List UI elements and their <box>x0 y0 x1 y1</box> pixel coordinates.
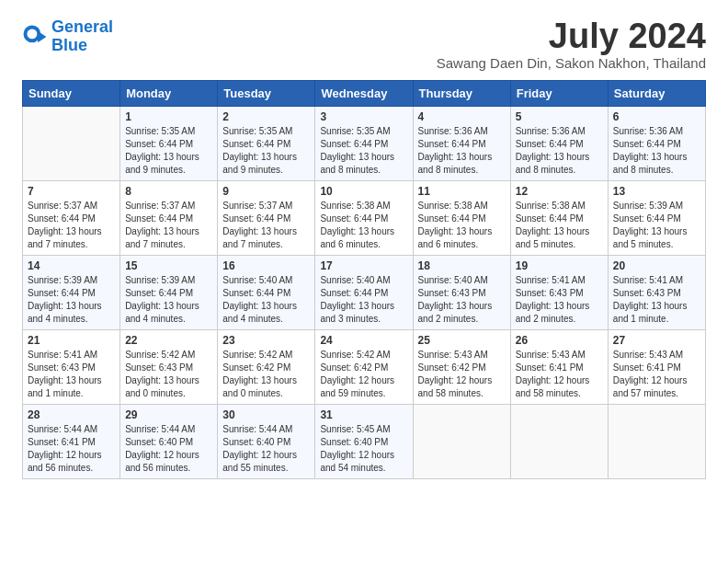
calendar-day-cell: 28Sunrise: 5:44 AMSunset: 6:41 PMDayligh… <box>23 405 120 479</box>
calendar-week-row: 28Sunrise: 5:44 AMSunset: 6:41 PMDayligh… <box>23 405 706 479</box>
day-number: 24 <box>320 334 407 347</box>
day-info: Sunrise: 5:38 AMSunset: 6:44 PMDaylight:… <box>418 200 506 251</box>
calendar-day-cell <box>23 107 120 181</box>
calendar-day-cell <box>510 405 608 479</box>
day-info: Sunrise: 5:39 AMSunset: 6:44 PMDaylight:… <box>613 200 700 251</box>
logo: General Blue <box>22 18 113 55</box>
calendar-day-cell <box>413 405 510 479</box>
day-info: Sunrise: 5:42 AMSunset: 6:43 PMDaylight:… <box>125 349 212 400</box>
day-info: Sunrise: 5:42 AMSunset: 6:42 PMDaylight:… <box>222 349 310 400</box>
calendar-day-cell: 21Sunrise: 5:41 AMSunset: 6:43 PMDayligh… <box>23 330 120 405</box>
calendar-day-cell: 24Sunrise: 5:42 AMSunset: 6:42 PMDayligh… <box>315 330 413 405</box>
weekday-header: Friday <box>510 81 608 107</box>
day-number: 3 <box>320 110 407 123</box>
calendar-day-cell: 18Sunrise: 5:40 AMSunset: 6:43 PMDayligh… <box>413 256 510 330</box>
calendar-day-cell: 20Sunrise: 5:41 AMSunset: 6:43 PMDayligh… <box>608 256 705 330</box>
day-info: Sunrise: 5:37 AMSunset: 6:44 PMDaylight:… <box>125 200 212 251</box>
day-info: Sunrise: 5:35 AMSunset: 6:44 PMDaylight:… <box>320 125 407 177</box>
calendar-day-cell: 19Sunrise: 5:41 AMSunset: 6:43 PMDayligh… <box>510 256 608 330</box>
day-info: Sunrise: 5:37 AMSunset: 6:44 PMDaylight:… <box>28 200 115 251</box>
weekday-header: Sunday <box>23 81 120 107</box>
calendar-day-cell: 30Sunrise: 5:44 AMSunset: 6:40 PMDayligh… <box>218 405 315 479</box>
day-info: Sunrise: 5:43 AMSunset: 6:41 PMDaylight:… <box>516 349 603 400</box>
day-info: Sunrise: 5:40 AMSunset: 6:43 PMDaylight:… <box>418 274 506 326</box>
calendar-week-row: 14Sunrise: 5:39 AMSunset: 6:44 PMDayligh… <box>23 256 706 330</box>
day-info: Sunrise: 5:42 AMSunset: 6:42 PMDaylight:… <box>320 349 407 400</box>
svg-point-2 <box>27 29 37 39</box>
day-number: 13 <box>613 185 700 198</box>
weekday-header: Saturday <box>608 81 705 107</box>
logo-text-blue: Blue <box>51 36 87 54</box>
logo-text-general: General <box>51 17 113 36</box>
day-info: Sunrise: 5:37 AMSunset: 6:44 PMDaylight:… <box>222 200 310 251</box>
weekday-header: Monday <box>120 81 218 107</box>
day-info: Sunrise: 5:35 AMSunset: 6:44 PMDaylight:… <box>125 125 212 177</box>
calendar-day-cell: 8Sunrise: 5:37 AMSunset: 6:44 PMDaylight… <box>120 181 218 256</box>
day-info: Sunrise: 5:44 AMSunset: 6:40 PMDaylight:… <box>125 423 212 475</box>
weekday-header: Thursday <box>413 81 510 107</box>
day-info: Sunrise: 5:41 AMSunset: 6:43 PMDaylight:… <box>28 349 115 400</box>
day-info: Sunrise: 5:40 AMSunset: 6:44 PMDaylight:… <box>320 274 407 326</box>
day-number: 20 <box>613 259 700 272</box>
day-number: 31 <box>320 408 407 421</box>
day-number: 23 <box>222 334 310 347</box>
calendar-day-cell: 4Sunrise: 5:36 AMSunset: 6:44 PMDaylight… <box>413 107 510 181</box>
day-number: 18 <box>418 259 506 272</box>
day-info: Sunrise: 5:41 AMSunset: 6:43 PMDaylight:… <box>516 274 603 326</box>
day-number: 29 <box>125 408 212 421</box>
calendar-day-cell: 16Sunrise: 5:40 AMSunset: 6:44 PMDayligh… <box>218 256 315 330</box>
day-info: Sunrise: 5:41 AMSunset: 6:43 PMDaylight:… <box>613 274 700 326</box>
day-info: Sunrise: 5:38 AMSunset: 6:44 PMDaylight:… <box>516 200 603 251</box>
calendar-day-cell: 3Sunrise: 5:35 AMSunset: 6:44 PMDaylight… <box>315 107 413 181</box>
calendar-day-cell: 14Sunrise: 5:39 AMSunset: 6:44 PMDayligh… <box>23 256 120 330</box>
day-number: 19 <box>516 259 603 272</box>
calendar-day-cell: 27Sunrise: 5:43 AMSunset: 6:41 PMDayligh… <box>608 330 705 405</box>
day-info: Sunrise: 5:39 AMSunset: 6:44 PMDaylight:… <box>28 274 115 326</box>
calendar-week-row: 21Sunrise: 5:41 AMSunset: 6:43 PMDayligh… <box>23 330 706 405</box>
calendar-day-cell: 7Sunrise: 5:37 AMSunset: 6:44 PMDaylight… <box>23 181 120 256</box>
day-info: Sunrise: 5:43 AMSunset: 6:42 PMDaylight:… <box>418 349 506 400</box>
day-info: Sunrise: 5:35 AMSunset: 6:44 PMDaylight:… <box>222 125 310 177</box>
day-number: 15 <box>125 259 212 272</box>
calendar-day-cell: 22Sunrise: 5:42 AMSunset: 6:43 PMDayligh… <box>120 330 218 405</box>
day-info: Sunrise: 5:44 AMSunset: 6:41 PMDaylight:… <box>28 423 115 475</box>
calendar-week-row: 1Sunrise: 5:35 AMSunset: 6:44 PMDaylight… <box>23 107 706 181</box>
calendar-day-cell: 12Sunrise: 5:38 AMSunset: 6:44 PMDayligh… <box>510 181 608 256</box>
calendar-day-cell: 26Sunrise: 5:43 AMSunset: 6:41 PMDayligh… <box>510 330 608 405</box>
calendar-week-row: 7Sunrise: 5:37 AMSunset: 6:44 PMDaylight… <box>23 181 706 256</box>
day-number: 10 <box>320 185 407 198</box>
day-info: Sunrise: 5:44 AMSunset: 6:40 PMDaylight:… <box>222 423 310 475</box>
calendar-day-cell: 29Sunrise: 5:44 AMSunset: 6:40 PMDayligh… <box>120 405 218 479</box>
day-number: 22 <box>125 334 212 347</box>
day-number: 27 <box>613 334 700 347</box>
calendar-day-cell: 23Sunrise: 5:42 AMSunset: 6:42 PMDayligh… <box>218 330 315 405</box>
day-number: 28 <box>28 408 115 421</box>
calendar-day-cell: 5Sunrise: 5:36 AMSunset: 6:44 PMDaylight… <box>510 107 608 181</box>
calendar-day-cell: 11Sunrise: 5:38 AMSunset: 6:44 PMDayligh… <box>413 181 510 256</box>
day-number: 1 <box>125 110 212 123</box>
logo-icon <box>22 24 48 50</box>
day-number: 25 <box>418 334 506 347</box>
day-number: 6 <box>613 110 700 123</box>
day-number: 17 <box>320 259 407 272</box>
calendar-day-cell: 2Sunrise: 5:35 AMSunset: 6:44 PMDaylight… <box>218 107 315 181</box>
weekday-header: Tuesday <box>218 81 315 107</box>
day-number: 21 <box>28 334 115 347</box>
day-info: Sunrise: 5:43 AMSunset: 6:41 PMDaylight:… <box>613 349 700 400</box>
day-number: 5 <box>516 110 603 123</box>
logo-text: General Blue <box>51 18 113 55</box>
calendar-day-cell: 15Sunrise: 5:39 AMSunset: 6:44 PMDayligh… <box>120 256 218 330</box>
day-number: 2 <box>222 110 310 123</box>
calendar-day-cell: 1Sunrise: 5:35 AMSunset: 6:44 PMDaylight… <box>120 107 218 181</box>
day-number: 8 <box>125 185 212 198</box>
day-number: 26 <box>516 334 603 347</box>
day-info: Sunrise: 5:38 AMSunset: 6:44 PMDaylight:… <box>320 200 407 251</box>
month-title: July 2024 <box>437 18 706 53</box>
calendar-table: SundayMondayTuesdayWednesdayThursdayFrid… <box>22 80 706 479</box>
calendar-day-cell: 13Sunrise: 5:39 AMSunset: 6:44 PMDayligh… <box>608 181 705 256</box>
day-number: 9 <box>222 185 310 198</box>
calendar-day-cell: 25Sunrise: 5:43 AMSunset: 6:42 PMDayligh… <box>413 330 510 405</box>
title-block: July 2024 Sawang Daen Din, Sakon Nakhon,… <box>437 18 706 71</box>
calendar-day-cell: 9Sunrise: 5:37 AMSunset: 6:44 PMDaylight… <box>218 181 315 256</box>
day-info: Sunrise: 5:36 AMSunset: 6:44 PMDaylight:… <box>418 125 506 177</box>
